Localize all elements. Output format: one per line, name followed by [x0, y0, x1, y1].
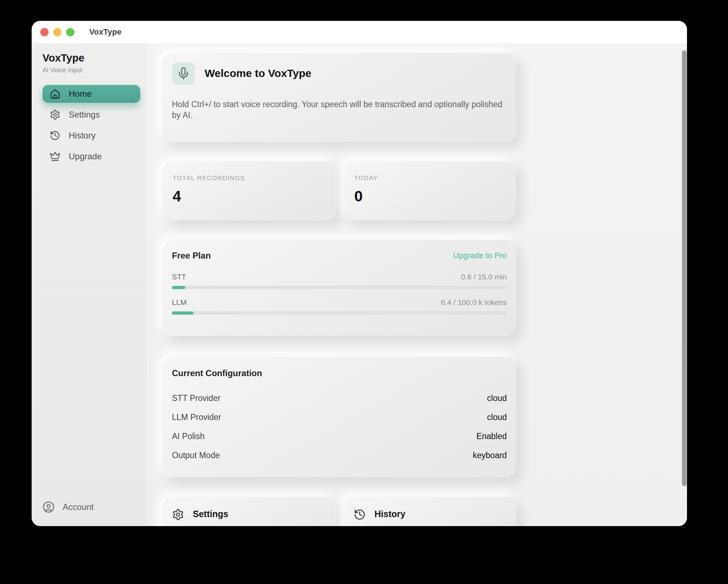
config-row-llm-provider: LLM Provider cloud	[172, 408, 507, 427]
usage-row-stt: STT 0.6 / 15.0 min	[172, 273, 507, 289]
configuration-card: Current Configuration STT Provider cloud…	[163, 357, 516, 477]
gear-icon	[172, 508, 184, 521]
history-icon	[354, 508, 366, 521]
app-name: VoxType	[42, 52, 140, 64]
welcome-title: Welcome to VoxType	[205, 67, 311, 79]
config-label: STT Provider	[172, 393, 220, 403]
welcome-description: Hold Ctrl+/ to start voice recording. Yo…	[172, 99, 507, 121]
zoom-button[interactable]	[66, 28, 74, 36]
llm-progress-fill	[172, 311, 194, 315]
microphone-icon	[172, 62, 195, 85]
main-content: Welcome to VoxType Hold Ctrl+/ to start …	[147, 43, 687, 526]
sidebar-item-label: Home	[69, 89, 92, 99]
app-subtitle: AI Voice Input	[42, 67, 140, 74]
user-circle-icon	[42, 501, 55, 513]
app-window: VoxType VoxType AI Voice Input Home	[32, 21, 687, 526]
stat-value: 0	[354, 188, 506, 205]
config-value: keyboard	[473, 451, 507, 460]
upgrade-to-pro-link[interactable]: Upgrade to Pro	[453, 251, 507, 260]
sidebar-item-home[interactable]: Home	[42, 85, 140, 103]
config-label: Output Mode	[172, 451, 220, 460]
sidebar-item-history[interactable]: History	[42, 127, 140, 145]
usage-value: 6.4 / 100.0 k tokens	[441, 298, 507, 307]
config-row-ai-polish: AI Polish Enabled	[172, 427, 507, 446]
quick-card-label: History	[374, 509, 405, 519]
stt-progress-fill	[172, 286, 185, 289]
configuration-title: Current Configuration	[172, 368, 507, 378]
config-row-stt-provider: STT Provider cloud	[172, 389, 507, 408]
sidebar-item-settings[interactable]: Settings	[42, 106, 140, 124]
config-label: AI Polish	[172, 432, 205, 441]
sidebar-item-label: Settings	[69, 110, 100, 120]
llm-progress-track	[172, 311, 507, 315]
window-title: VoxType	[89, 27, 122, 37]
usage-label: STT	[172, 273, 186, 281]
plan-name: Free Plan	[172, 251, 211, 261]
sidebar-item-label: History	[69, 131, 96, 141]
minimize-button[interactable]	[53, 28, 62, 36]
sidebar: VoxType AI Voice Input Home	[32, 43, 147, 526]
usage-value: 0.6 / 15.0 min	[461, 273, 507, 281]
sidebar-item-label: Upgrade	[69, 151, 102, 161]
history-icon	[50, 130, 60, 141]
config-value: Enabled	[477, 432, 507, 441]
stat-card-today: TODAY 0	[344, 161, 516, 220]
stat-label: TODAY	[354, 175, 506, 182]
home-icon	[50, 88, 60, 99]
scrollbar-thumb[interactable]	[682, 50, 687, 486]
usage-label: LLM	[172, 298, 187, 307]
plan-card: Free Plan Upgrade to Pro STT 0.6 / 15.0 …	[163, 240, 516, 336]
config-value: cloud	[487, 412, 507, 422]
quick-card-label: Settings	[193, 509, 228, 519]
account-label: Account	[63, 502, 94, 512]
titlebar[interactable]: VoxType	[32, 21, 687, 43]
account-button[interactable]: Account	[42, 501, 94, 513]
stat-value: 4	[173, 188, 326, 205]
close-button[interactable]	[40, 28, 49, 36]
stat-label: TOTAL RECORDINGS	[173, 175, 326, 182]
gear-icon	[50, 109, 60, 120]
settings-quick-card[interactable]: Settings	[163, 497, 336, 526]
stat-card-total-recordings: TOTAL RECORDINGS 4	[163, 161, 336, 220]
config-label: LLM Provider	[172, 412, 221, 422]
history-quick-card[interactable]: History	[344, 497, 516, 526]
config-value: cloud	[487, 393, 507, 403]
sidebar-item-upgrade[interactable]: Upgrade	[42, 147, 140, 165]
sidebar-nav: Home Settings	[42, 85, 140, 165]
stt-progress-track	[172, 286, 507, 289]
usage-row-llm: LLM 6.4 / 100.0 k tokens	[172, 298, 507, 315]
crown-icon	[50, 151, 60, 162]
welcome-card: Welcome to VoxType Hold Ctrl+/ to start …	[163, 53, 516, 142]
config-row-output-mode: Output Mode keyboard	[172, 446, 507, 465]
